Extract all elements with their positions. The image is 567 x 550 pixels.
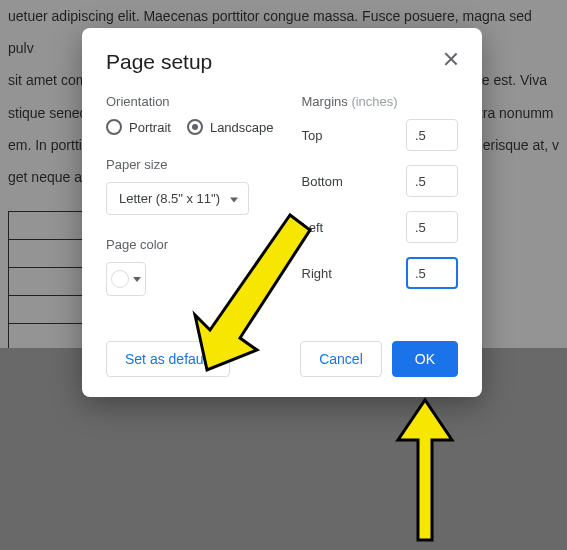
chevron-down-icon [230,197,238,202]
margin-top-input[interactable] [406,119,458,151]
right-column: Margins (inches) Top Bottom Left Right [302,94,458,303]
paper-size-label: Paper size [106,157,274,172]
set-as-default-button[interactable]: Set as default [106,341,230,377]
page-color-label: Page color [106,237,274,252]
margin-right-label: Right [302,266,332,281]
margin-bottom-input[interactable] [406,165,458,197]
left-column: Orientation Portrait Landscape Paper siz… [106,94,274,303]
margin-bottom-label: Bottom [302,174,343,189]
page-color-select[interactable] [106,262,146,296]
orientation-label: Orientation [106,94,274,109]
paper-size-select[interactable]: Letter (8.5" x 11") [106,182,249,215]
margin-top-label: Top [302,128,323,143]
page-setup-dialog: Page setup Orientation Portrait Landscap… [82,28,482,397]
margin-left-label: Left [302,220,324,235]
color-swatch-icon [111,270,129,288]
radio-icon [106,119,122,135]
ok-button[interactable]: OK [392,341,458,377]
margins-label: Margins (inches) [302,94,458,109]
chevron-down-icon [133,277,141,282]
radio-icon [187,119,203,135]
orientation-portrait-radio[interactable]: Portrait [106,119,171,135]
orientation-landscape-radio[interactable]: Landscape [187,119,274,135]
dialog-title: Page setup [106,50,458,74]
cancel-button[interactable]: Cancel [300,341,382,377]
dialog-footer: Set as default Cancel OK [106,341,458,377]
margin-left-input[interactable] [406,211,458,243]
close-icon[interactable] [442,50,460,68]
margin-right-input[interactable] [406,257,458,289]
